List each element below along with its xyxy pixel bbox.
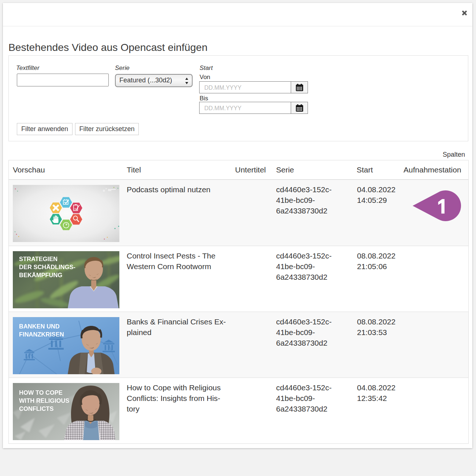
svg-text:BANKEN UND: BANKEN UND: [19, 323, 60, 330]
svg-text:WITH RELIGIOUS: WITH RELIGIOUS: [19, 397, 70, 404]
svg-text:HOW TO COPE: HOW TO COPE: [19, 389, 63, 396]
svg-text:CONFLICTS: CONFLICTS: [19, 405, 53, 412]
svg-text:u: u: [103, 188, 105, 192]
svg-text:b: b: [106, 187, 107, 190]
svg-text:DER SCHÄDLINGS-: DER SCHÄDLINGS-: [19, 264, 75, 270]
svg-text:STRATEGIEN: STRATEGIEN: [19, 256, 57, 262]
svg-text:BEKÄMPFUNG: BEKÄMPFUNG: [19, 272, 62, 278]
svg-text:FINANZKRISEN: FINANZKRISEN: [19, 331, 64, 338]
